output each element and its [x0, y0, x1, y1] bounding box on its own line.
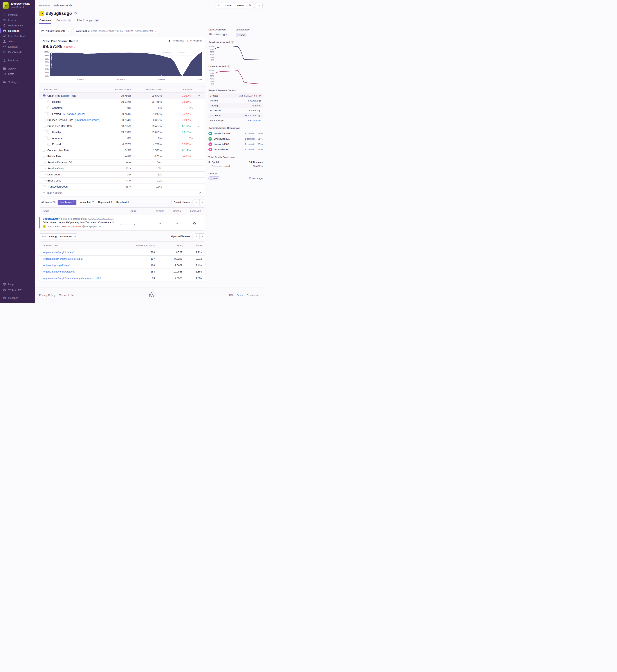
- source-maps-link[interactable]: 899 artifacts: [248, 119, 261, 122]
- metric-row-healthy[interactable]: Healthy 99.022% 98.456% 0.566% ↓: [39, 99, 205, 105]
- sidebar-item-alerts[interactable]: Alerts: [0, 39, 35, 44]
- tab-files-changed[interactable]: Files Changed11: [76, 19, 100, 24]
- chevron-up-icon[interactable]: [198, 95, 200, 96]
- metric-radio[interactable]: [43, 167, 45, 170]
- metric-radio[interactable]: [47, 106, 50, 109]
- metric-row-session-duration-p50[interactable]: Session Duration p50 0ms 0ms –: [39, 159, 205, 165]
- metric-radio[interactable]: [43, 149, 45, 152]
- transaction-link[interactable]: /onboarding/:orgId/:step/: [39, 264, 124, 267]
- sidebar-item-activity[interactable]: Activity: [0, 66, 35, 71]
- help-icon[interactable]: ?: [227, 65, 230, 68]
- open-in-issues-button[interactable]: Open in Issues: [171, 200, 192, 205]
- assignee-selector[interactable]: [186, 221, 205, 225]
- issues-link[interactable]: (26 unhandled issues): [75, 118, 100, 121]
- issues-tab-regressed[interactable]: Regressed1: [96, 200, 115, 205]
- metric-row-crash-free-user-rate[interactable]: Crash Free User Rate 98.355% 98.467% 0.1…: [39, 123, 205, 129]
- transaction-link[interactable]: /organizations/:orgId/issues/: [39, 251, 124, 254]
- open-in-discover-button[interactable]: Open in Discover: [169, 234, 192, 239]
- metric-radio[interactable]: [43, 94, 45, 97]
- metric-row-error-count[interactable]: Error Count 4.3k 2.1k –: [39, 178, 205, 184]
- chevron-up-icon[interactable]: [198, 125, 200, 127]
- metric-radio[interactable]: [47, 100, 50, 103]
- legend-this-release[interactable]: This Release: [169, 39, 184, 42]
- transaction-filter-selector[interactable]: Filter: Failing Transactions: [39, 234, 78, 239]
- metric-radio[interactable]: [43, 155, 45, 158]
- issues-tab-new-issues[interactable]: New Issues1: [58, 200, 76, 205]
- footer-link-api[interactable]: API: [229, 294, 233, 297]
- sidebar-item-collapse[interactable]: Collapse: [0, 295, 35, 301]
- environment-selector[interactable]: All Environments: [39, 28, 71, 34]
- issues-tab-all-issues[interactable]: All Issues90: [39, 200, 58, 205]
- sidebar-item-dashboards[interactable]: Dashboards: [0, 49, 35, 55]
- date-range-selector[interactable]: Date Range: Entire Release Period (Apr 0…: [73, 28, 159, 34]
- transaction-link[interactable]: /organizations/:orgId/issues/:groupId/ev…: [39, 277, 124, 280]
- newest-button[interactable]: [246, 3, 254, 8]
- next-page-button[interactable]: [200, 200, 205, 205]
- sidebar-item-user-feedback[interactable]: User Feedback: [0, 33, 35, 39]
- metric-radio[interactable]: [43, 173, 45, 176]
- oldest-button[interactable]: [216, 3, 223, 8]
- sidebar-item-what-s-new[interactable]: What's new: [0, 287, 35, 292]
- footer-link-terms-of-use[interactable]: Terms of Use: [59, 294, 74, 297]
- metric-row-errored[interactable]: Errored(68 handled issues) 0.744% 1.217%…: [39, 111, 205, 117]
- issues-tab-unhandled[interactable]: Unhandled26: [76, 200, 96, 205]
- metric-row-abnormal[interactable]: Abnormal 0% 0% 0%: [39, 105, 205, 111]
- sidebar-item-settings[interactable]: Settings: [0, 79, 35, 85]
- tab-overview[interactable]: Overview: [39, 19, 51, 24]
- next-page-button[interactable]: [200, 234, 205, 239]
- session-rate-chart[interactable]: Release Created: [50, 52, 202, 76]
- sidebar-item-projects[interactable]: Projects: [0, 12, 35, 17]
- overflow-menu-button[interactable]: [255, 3, 263, 8]
- metric-row-crash-free-session-rate[interactable]: Crash Free Session Rate 99.766% 99.673% …: [39, 93, 205, 99]
- prev-page-button[interactable]: [194, 234, 200, 239]
- help-icon[interactable]: ?: [231, 41, 234, 44]
- breadcrumb-releases[interactable]: Releases: [39, 4, 50, 7]
- sidebar-item-issues[interactable]: Issues: [0, 17, 35, 23]
- sidebar-item-discover[interactable]: Discover: [0, 44, 35, 49]
- prod-deploy-badge[interactable]: prod: [236, 33, 247, 37]
- tab-commits[interactable]: Commits4: [56, 19, 72, 24]
- metric-radio[interactable]: [47, 112, 50, 115]
- metric-radio[interactable]: [43, 124, 45, 127]
- transaction-link[interactable]: /organizations/:orgId/projects/: [39, 270, 124, 273]
- legend-all-releases[interactable]: All Releases: [187, 39, 202, 42]
- metric-row-user-count[interactable]: User Count 24k 11k –: [39, 172, 205, 178]
- metric-row-abnormal[interactable]: Abnormal 0% 0% 0%: [39, 135, 205, 141]
- footer-link-docs[interactable]: Docs: [237, 294, 243, 297]
- sidebar-item-releases[interactable]: Releases: [0, 28, 35, 33]
- sidebar-item-stats[interactable]: Stats: [0, 71, 35, 76]
- footer-link-privacy-policy[interactable]: Privacy Policy: [39, 294, 55, 297]
- hide-others-toggle[interactable]: Hide 4 Others: [39, 190, 205, 196]
- metric-row-crashed-session-rate[interactable]: Crashed Session Rate(26 unhandled issues…: [39, 117, 205, 123]
- org-switcher[interactable]: Empower Plant▾ Jane Schmidt: [0, 0, 35, 11]
- metric-radio[interactable]: [47, 137, 50, 140]
- metric-row-session-count[interactable]: Session Count 501k 205k –: [39, 165, 205, 172]
- issues-tab-resolved[interactable]: Resolved0: [115, 200, 131, 205]
- metric-row-failure-rate[interactable]: Failure Rate 0.6% 0.63% 0.04% ↑: [39, 153, 205, 159]
- issues-link[interactable]: (68 handled issues): [63, 112, 85, 115]
- copy-icon[interactable]: [74, 12, 77, 15]
- transaction-link[interactable]: /organizations/:orgId/issues/:groupId/: [39, 258, 124, 260]
- metric-radio[interactable]: [47, 143, 50, 146]
- prod-deploy-badge[interactable]: prod: [208, 177, 220, 180]
- metric-radio[interactable]: [43, 179, 45, 182]
- sidebar-item-performance[interactable]: Performance: [0, 23, 35, 28]
- metric-row-transaction-count[interactable]: Transaction Count 457k 194k –: [39, 184, 205, 190]
- metric-radio[interactable]: [43, 161, 45, 164]
- help-icon[interactable]: ?: [76, 40, 79, 42]
- sidebar-item-help[interactable]: Help: [0, 282, 35, 287]
- footer-link-contribute[interactable]: Contribute: [247, 294, 258, 297]
- newer-button[interactable]: Newer: [234, 3, 246, 8]
- issue-title-link[interactable]: SecurityError: [43, 217, 60, 220]
- sidebar-item-monitors[interactable]: Monitors: [0, 58, 35, 63]
- metric-row-healthy[interactable]: Healthy 93.658% 93.671% 0.013% ↑: [39, 129, 205, 135]
- metric-radio[interactable]: [43, 118, 45, 121]
- metric-radio[interactable]: [47, 131, 50, 133]
- metric-row-crashed-user-rate[interactable]: Crashed User Rate 1.645% 1.533% 0.112% ↓: [39, 147, 205, 153]
- prev-page-button[interactable]: [194, 200, 200, 205]
- metric-row-errored[interactable]: Errored 4.697% 4.796% 0.099% ↑: [39, 141, 205, 147]
- detail-value: 36 minutes ago: [245, 114, 261, 117]
- issue-row[interactable]: SecurityError getCookie(data:text/html,%…: [39, 215, 205, 230]
- metric-radio[interactable]: [43, 185, 45, 188]
- older-button[interactable]: Older: [223, 3, 234, 8]
